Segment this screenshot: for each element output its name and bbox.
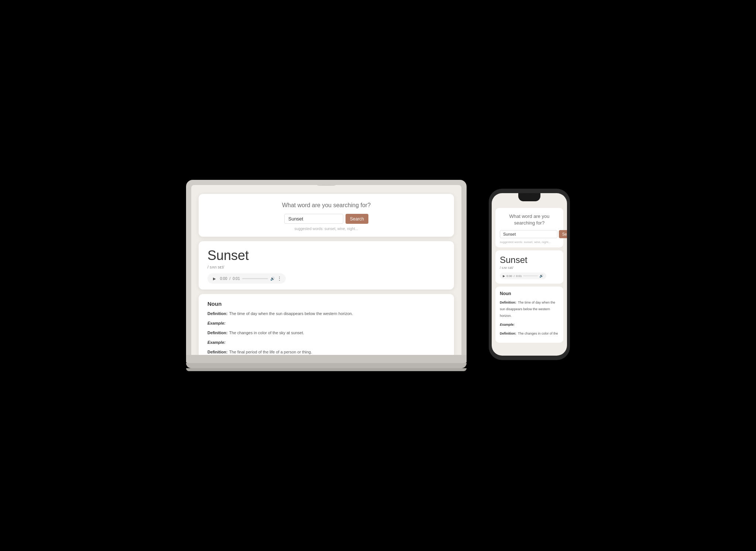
laptop-audio-progress[interactable] — [242, 278, 268, 279]
laptop-search-button[interactable]: Search — [346, 214, 368, 224]
scene: E What word are you searching for? Searc… — [186, 180, 570, 371]
phone-def-label-2: Definition: — [500, 332, 516, 335]
laptop-example-1: Example: — [207, 319, 445, 326]
phone-pos-label: Noun — [500, 291, 559, 296]
phone-def-entry-2: Definition: The changes in color of the — [500, 329, 559, 336]
phone-audio-player: ▶ 0:00 / 0:01 🔊 — [500, 273, 546, 279]
phone-suggestions: suggested words: sunset, wine, night... — [500, 240, 559, 244]
phone-screen: E What word are you searching for? Searc… — [492, 193, 567, 356]
laptop-audio-time-total: 0:01 — [233, 277, 240, 281]
phone-notch — [518, 193, 540, 201]
laptop-def-label-3: Definition: — [207, 350, 227, 354]
laptop-audio-time-sep: / — [229, 277, 230, 281]
phone-example-label-1: Example: — [500, 323, 515, 326]
laptop-example-label-1: Example: — [207, 321, 226, 325]
laptop-suggestions: suggested words: sunset, wine, night... — [207, 227, 445, 231]
phone-example-1: Example: — [500, 321, 559, 327]
laptop-search-card: What word are you searching for? Search … — [199, 194, 454, 237]
laptop-pos-label: Noun — [207, 301, 445, 307]
laptop-definitions-card: Noun Definition: The time of day when th… — [199, 294, 454, 355]
phone-volume-icon[interactable]: 🔊 — [539, 274, 543, 278]
phone-audio-time-current: 0:00 — [506, 274, 512, 278]
laptop-search-title: What word are you searching for? — [207, 202, 445, 209]
phone-definitions-card: Noun Definition: The time of day when th… — [495, 287, 563, 343]
phone-content: What word are you searching for? Search … — [492, 193, 567, 356]
laptop-def-entry-1: Definition: The time of day when the sun… — [207, 310, 445, 316]
laptop-more-icon[interactable]: ⋮ — [277, 276, 282, 281]
phone-search-card: What word are you searching for? Search … — [495, 208, 563, 247]
laptop-def-label-1: Definition: — [207, 311, 227, 316]
laptop-screen: E What word are you searching for? Searc… — [191, 185, 461, 355]
phone-play-button[interactable]: ▶ — [503, 274, 505, 278]
phone-def-text-2: The changes in color of the — [518, 332, 558, 335]
laptop-wrapper: E What word are you searching for? Searc… — [186, 180, 467, 371]
phone-search-button[interactable]: Search — [559, 230, 567, 238]
laptop-search-row: Search — [207, 214, 445, 224]
laptop-pronunciation: / sʌn sɛt/ — [207, 265, 445, 270]
phone: E What word are you searching for? Searc… — [489, 189, 570, 360]
phone-search-input[interactable] — [500, 230, 557, 238]
phone-audio-sep: / — [514, 274, 515, 278]
phone-def-label-1: Definition: — [500, 301, 516, 304]
laptop-def-entry-2: Definition: The changes in color of the … — [207, 329, 445, 336]
laptop-search-input[interactable] — [284, 214, 343, 224]
laptop-audio-player: ▶ 0:00 / 0:01 🔊 ⋮ — [207, 273, 286, 284]
phone-search-title: What word are you searching for? — [500, 213, 559, 226]
laptop-def-text-2: The changes in color of the sky at sunse… — [229, 331, 304, 335]
laptop-foot — [186, 368, 467, 371]
laptop: E What word are you searching for? Searc… — [186, 180, 467, 355]
laptop-volume-icon[interactable]: 🔊 — [270, 277, 275, 281]
laptop-def-entry-3: Definition: The final period of the life… — [207, 348, 445, 355]
phone-word-card: Sunset / sʌn sɛt/ ▶ 0:00 / 0:01 🔊 — [495, 250, 563, 284]
laptop-example-label-2: Example: — [207, 340, 226, 345]
laptop-play-button[interactable]: ▶ — [211, 275, 218, 282]
laptop-notch — [315, 180, 337, 186]
laptop-def-label-2: Definition: — [207, 331, 227, 335]
laptop-word-card: Sunset / sʌn sɛt/ ▶ 0:00 / 0:01 🔊 ⋮ — [199, 241, 454, 290]
screen-content: What word are you searching for? Search … — [191, 185, 461, 355]
phone-pronunciation: / sʌn sɛt/ — [500, 266, 559, 270]
laptop-example-2: Example: — [207, 339, 445, 345]
phone-audio-time-total: 0:01 — [516, 274, 522, 278]
phone-word-title: Sunset — [500, 255, 559, 265]
phone-wrapper: E What word are you searching for? Searc… — [489, 189, 570, 360]
laptop-word-title: Sunset — [207, 248, 445, 263]
laptop-base — [186, 355, 467, 363]
laptop-audio-time-current: 0:00 — [220, 277, 227, 281]
phone-audio-progress[interactable] — [523, 276, 538, 276]
laptop-stand — [186, 363, 467, 368]
phone-search-row: Search — [500, 230, 559, 238]
laptop-def-text-1: The time of day when the sun disappears … — [229, 311, 353, 316]
phone-def-entry-1: Definition: The time of day when the sun… — [500, 298, 559, 318]
laptop-def-text-3: The final period of the life of a person… — [229, 350, 312, 354]
